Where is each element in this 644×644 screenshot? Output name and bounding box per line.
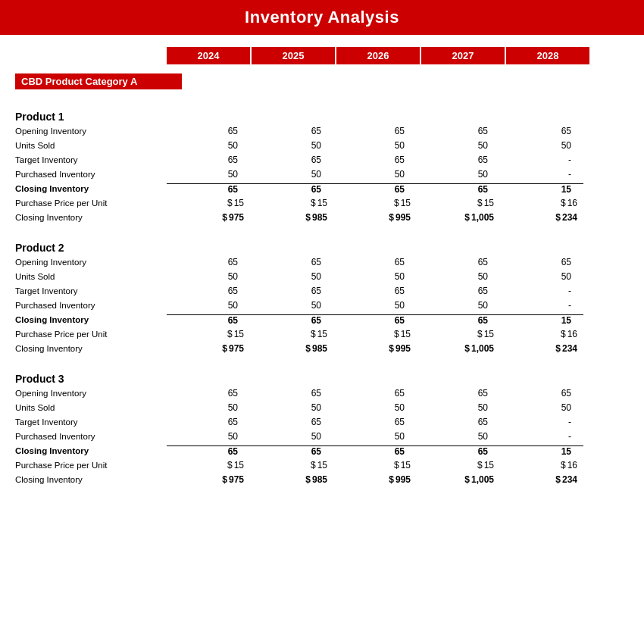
dollar-cell: $15 <box>417 460 500 470</box>
cell: 65 <box>417 126 500 136</box>
closing-dollar-cell: $975 <box>167 343 250 354</box>
closing-dollar-cell: $234 <box>500 474 583 485</box>
row-values: 50505050- <box>167 300 629 311</box>
dollar-value: 15 <box>317 460 327 470</box>
dollar-value: 985 <box>312 343 327 354</box>
dollar-sign: $ <box>389 474 394 485</box>
dollar-value: 15 <box>484 329 494 339</box>
dollar-value: 985 <box>312 474 327 485</box>
cell: 50 <box>333 300 417 311</box>
dollar-sign: $ <box>394 329 399 339</box>
row-values: 6565656565 <box>167 126 629 136</box>
dollar-value: 985 <box>312 212 327 223</box>
closing-dollar-cell: $975 <box>167 212 250 223</box>
cell: 65 <box>417 314 500 326</box>
dollar-value: 995 <box>395 343 411 354</box>
cell: 65 <box>167 286 250 296</box>
dollar-sign: $ <box>394 460 399 470</box>
data-row: Purchase Price per Unit$15$15$15$15$16 <box>15 196 629 210</box>
row-label: Closing Inventory <box>15 184 167 193</box>
data-row: Closing Inventory$975$985$995$1,005$234 <box>15 342 629 355</box>
cell: 65 <box>333 388 417 399</box>
closing-dollar-cell: $1,005 <box>417 212 500 223</box>
dollar-value: 975 <box>229 343 244 354</box>
cell: 65 <box>333 257 417 267</box>
dollar-sign: $ <box>464 474 470 485</box>
dollar-sign: $ <box>389 343 394 354</box>
year-header-2025: 2025 <box>252 47 335 64</box>
dollar-value: 975 <box>229 474 244 485</box>
cell: 50 <box>167 431 250 442</box>
dollar-value: 15 <box>401 329 411 339</box>
dollar-sign: $ <box>555 343 561 354</box>
cell: 15 <box>500 183 583 195</box>
cell: 65 <box>250 286 333 296</box>
dollar-cell: $15 <box>417 198 500 208</box>
cell: 50 <box>417 140 500 151</box>
cell: 65 <box>167 257 250 267</box>
cell: 65 <box>250 257 333 267</box>
dollar-cell: $15 <box>250 329 333 339</box>
data-row: Target Inventory65656565- <box>15 153 629 167</box>
row-label: Units Sold <box>15 403 167 412</box>
cell: 15 <box>500 314 583 326</box>
row-label: Closing Inventory <box>15 446 167 455</box>
row-values: 50505050- <box>167 169 629 180</box>
closing-dollar-cell: $975 <box>167 474 250 485</box>
dollar-cell: $15 <box>167 198 250 208</box>
cell: 65 <box>417 445 500 457</box>
cell: 65 <box>417 257 500 267</box>
data-row: Target Inventory65656565- <box>15 415 629 429</box>
dollar-value: 15 <box>484 198 494 208</box>
cell: 50 <box>167 300 250 311</box>
dollar-value: 16 <box>567 198 577 208</box>
dollar-sign: $ <box>305 343 311 354</box>
cell: 65 <box>333 126 417 136</box>
cell: 65 <box>333 445 417 457</box>
cell: 50 <box>333 271 417 282</box>
cell: 50 <box>250 169 333 180</box>
dollar-sign: $ <box>561 460 566 470</box>
row-values: 65656565- <box>167 286 629 296</box>
cell: - <box>500 169 583 180</box>
year-header-row: 20242025202620272028 <box>167 47 629 64</box>
year-header-2026: 2026 <box>336 47 420 64</box>
row-label: Target Inventory <box>15 417 167 427</box>
row-values: 5050505050 <box>167 271 629 282</box>
data-row: Units Sold5050505050 <box>15 401 629 414</box>
dollar-cell: $16 <box>500 460 583 470</box>
row-values: 6565656515 <box>167 183 629 195</box>
cell: 50 <box>417 300 500 311</box>
data-row: Units Sold5050505050 <box>15 270 629 283</box>
cell: - <box>500 417 583 427</box>
cell: 65 <box>333 155 417 165</box>
dollar-sign: $ <box>464 212 470 223</box>
row-values: 65656565- <box>167 417 629 427</box>
dollar-sign: $ <box>311 198 316 208</box>
cell: 65 <box>333 417 417 427</box>
cell: 65 <box>167 183 250 195</box>
cell: 50 <box>333 140 417 151</box>
page-header: Inventory Analysis <box>0 0 644 35</box>
row-label: Purchased Inventory <box>15 170 167 179</box>
closing-dollar-cell: $1,005 <box>417 474 500 485</box>
data-row: Purchase Price per Unit$15$15$15$15$16 <box>15 458 629 472</box>
row-label: Closing Inventory <box>15 344 167 353</box>
dollar-sign: $ <box>477 329 483 339</box>
data-row: Closing Inventory6565656515 <box>15 182 629 195</box>
dollar-cell: $16 <box>500 198 583 208</box>
cell: 15 <box>500 445 583 457</box>
row-values: 6565656565 <box>167 257 629 267</box>
data-row: Closing Inventory6565656515 <box>15 444 629 458</box>
product-name-2: Product 2 <box>15 242 629 254</box>
cell: 65 <box>417 183 500 195</box>
cell: 65 <box>417 417 500 427</box>
row-values: $15$15$15$15$16 <box>167 198 629 208</box>
dollar-value: 975 <box>229 212 244 223</box>
dollar-sign: $ <box>394 198 399 208</box>
cell: 50 <box>250 300 333 311</box>
cell: 65 <box>167 388 250 399</box>
closing-dollar-cell: $234 <box>500 343 583 354</box>
cell: 50 <box>333 431 417 442</box>
dollar-value: 1,005 <box>471 343 494 354</box>
